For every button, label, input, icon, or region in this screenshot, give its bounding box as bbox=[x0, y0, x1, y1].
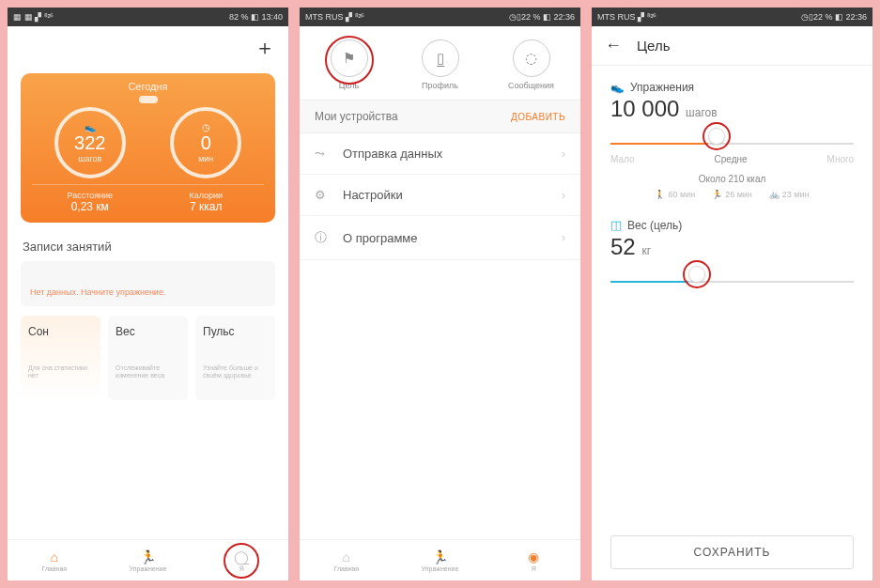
bottom-nav: ⌂ Главная 🏃 Упражнение ◯̲ Я bbox=[8, 539, 288, 580]
run-icon: 🏃 bbox=[712, 190, 722, 199]
statusbar-left: MTS RUS ▞ ⁸²⁶ bbox=[305, 12, 365, 22]
share-icon: ⤳ bbox=[315, 147, 330, 161]
highlight-circle-icon bbox=[224, 543, 259, 579]
tile-pulse[interactable]: Пульс Узнайте больше о своём здоровье bbox=[195, 316, 275, 400]
info-icon: ⓘ bbox=[315, 229, 330, 246]
bottom-nav: ⌂ Главная 🏃 Упражнение ◉ Я bbox=[300, 539, 580, 580]
row-settings[interactable]: ⚙ Настройки › bbox=[300, 175, 580, 216]
weight-value: 52 bbox=[610, 234, 636, 259]
weight-slider[interactable] bbox=[610, 273, 854, 288]
exercise-label: Упражнения bbox=[630, 81, 694, 94]
nav-home[interactable]: ⌂ Главная bbox=[8, 549, 101, 572]
run-icon: 🏃 bbox=[432, 549, 448, 565]
row-data-send[interactable]: ⤳ Отправка данных › bbox=[300, 133, 580, 175]
nav-exercise-label: Упражнение bbox=[101, 565, 195, 572]
nav-home-label: Главная bbox=[8, 565, 101, 572]
walk-time: 60 мин bbox=[668, 190, 695, 199]
statusbar: MTS RUS ▞ ⁸²⁶ ◷▯22 % ◧ 22:36 bbox=[592, 8, 872, 26]
statusbar-right: 82 % ◧ 13:40 bbox=[229, 12, 283, 22]
distance-label: Расстояние bbox=[32, 191, 148, 200]
tile-sleep-title: Сон bbox=[28, 325, 93, 338]
home-icon: ⌂ bbox=[51, 549, 58, 565]
speech-icon: ◌ bbox=[525, 50, 537, 67]
statusbar-left: MTS RUS ▞ ⁸²⁶ bbox=[597, 12, 657, 22]
nav-me-label: Я bbox=[486, 565, 580, 572]
nav-me[interactable]: ◉ Я bbox=[486, 549, 580, 572]
user-card-icon: ▯̲ bbox=[437, 50, 444, 67]
run-time: 26 мин bbox=[725, 190, 752, 199]
distance-value: 0,23 км bbox=[32, 200, 148, 213]
statusbar: MTS RUS ▞ ⁸²⁶ ◷▯22 % ◧ 22:36 bbox=[300, 8, 580, 26]
calories-stat: Калории 7 ккал bbox=[148, 191, 265, 213]
shoe-icon: 👟 bbox=[610, 81, 625, 94]
kcal-estimate: Около 210 ккал bbox=[610, 174, 854, 184]
bike-icon: 🚲 bbox=[769, 190, 780, 199]
bike-time: 23 мин bbox=[782, 190, 810, 199]
nav-home-label: Главная bbox=[300, 565, 394, 572]
row-data-label: Отправка данных bbox=[343, 147, 442, 161]
nav-exercise[interactable]: 🏃 Упражнение bbox=[394, 549, 487, 572]
statusbar-right: ◷▯22 % ◧ 22:36 bbox=[509, 12, 575, 22]
save-button[interactable]: СОХРАНИТЬ bbox=[610, 535, 854, 569]
steps-value: 322 bbox=[74, 132, 105, 154]
weight-goal-block: ◫ Вес (цель) 52 кг bbox=[592, 203, 872, 292]
run-icon: 🏃 bbox=[140, 549, 156, 565]
nav-exercise-label: Упражнение bbox=[394, 565, 487, 572]
user-icon: ◉ bbox=[528, 549, 539, 565]
row-about[interactable]: ⓘ О программе › bbox=[300, 216, 580, 260]
home-icon: ⌂ bbox=[343, 549, 350, 565]
exercise-value: 10 000 bbox=[610, 96, 679, 121]
walk-icon: 🚶 bbox=[655, 190, 665, 199]
gear-icon: ⚙ bbox=[315, 188, 330, 202]
back-icon[interactable]: ← bbox=[605, 36, 622, 55]
activity-empty[interactable]: Нет данных. Начните упражнение. bbox=[21, 261, 275, 306]
time-value: 0 bbox=[201, 132, 211, 154]
messages-label: Сообщения bbox=[486, 81, 577, 90]
steps-slider[interactable] bbox=[610, 135, 854, 150]
messages-button[interactable]: ◌ Сообщения bbox=[486, 39, 577, 90]
screen-home: ▦ ▦ ▞ ⁸²⁶ 82 % ◧ 13:40 ＋ Сегодня 👟 322 ш… bbox=[8, 8, 288, 580]
calories-label: Калории bbox=[148, 191, 265, 200]
tile-weight-sub: Отслеживайте изменение веса bbox=[116, 364, 180, 380]
tile-pulse-sub: Узнайте больше о своём здоровье bbox=[203, 364, 268, 380]
highlight-circle-icon bbox=[325, 36, 374, 85]
weight-unit: кг bbox=[641, 244, 651, 257]
highlight-circle-icon bbox=[702, 122, 731, 150]
shoe-icon: 👟 bbox=[85, 122, 96, 132]
steps-label: шагов bbox=[78, 154, 101, 163]
slider-low: Мало bbox=[610, 154, 635, 164]
add-device-button[interactable]: ДОБАВИТЬ bbox=[511, 112, 565, 122]
scale-icon: ◫ bbox=[610, 218, 622, 232]
weight-label: Вес (цель) bbox=[627, 219, 682, 232]
statusbar: ▦ ▦ ▞ ⁸²⁶ 82 % ◧ 13:40 bbox=[8, 8, 288, 26]
tile-weight[interactable]: Вес Отслеживайте изменение веса bbox=[108, 316, 188, 400]
screen-goal: MTS RUS ▞ ⁸²⁶ ◷▯22 % ◧ 22:36 ← Цель 👟 Уп… bbox=[592, 8, 872, 580]
today-card[interactable]: Сегодня 👟 322 шагов ◷ 0 мин Расстояние 0… bbox=[21, 73, 275, 223]
highlight-circle-icon bbox=[683, 260, 711, 288]
screen-profile: MTS RUS ▞ ⁸²⁶ ◷▯22 % ◧ 22:36 ⚑ Цель ▯̲ П… bbox=[300, 8, 580, 580]
row-about-label: О программе bbox=[343, 231, 418, 245]
tile-weight-title: Вес bbox=[116, 325, 180, 338]
nav-home[interactable]: ⌂ Главная bbox=[300, 549, 394, 572]
calories-value: 7 ккал bbox=[148, 200, 265, 213]
distance-stat: Расстояние 0,23 км bbox=[32, 191, 148, 213]
profile-label: Профиль bbox=[394, 81, 486, 90]
devices-section: Мои устройства ДОБАВИТЬ bbox=[300, 100, 580, 133]
add-icon[interactable]: ＋ bbox=[255, 36, 275, 59]
time-label: мин bbox=[198, 154, 213, 163]
nav-exercise[interactable]: 🏃 Упражнение bbox=[101, 549, 195, 572]
tile-sleep[interactable]: Сон Для сна статистики нет bbox=[21, 316, 100, 400]
slider-mid: Средне bbox=[715, 154, 748, 164]
tile-pulse-title: Пульс bbox=[203, 325, 268, 338]
goal-button[interactable]: ⚑ Цель bbox=[303, 39, 394, 90]
chevron-right-icon: › bbox=[562, 189, 565, 202]
activity-breakdown: 🚶60 мин 🏃26 мин 🚲23 мин bbox=[610, 190, 854, 199]
clock-icon: ◷ bbox=[202, 122, 210, 132]
row-settings-label: Настройки bbox=[343, 188, 403, 202]
today-title: Сегодня bbox=[32, 81, 264, 92]
page-title: Цель bbox=[637, 38, 671, 54]
exercise-unit: шагов bbox=[686, 106, 717, 119]
nav-me[interactable]: ◯̲ Я bbox=[194, 549, 288, 572]
steps-ring: 👟 322 шагов bbox=[54, 107, 126, 178]
profile-button[interactable]: ▯̲ Профиль bbox=[394, 39, 486, 90]
